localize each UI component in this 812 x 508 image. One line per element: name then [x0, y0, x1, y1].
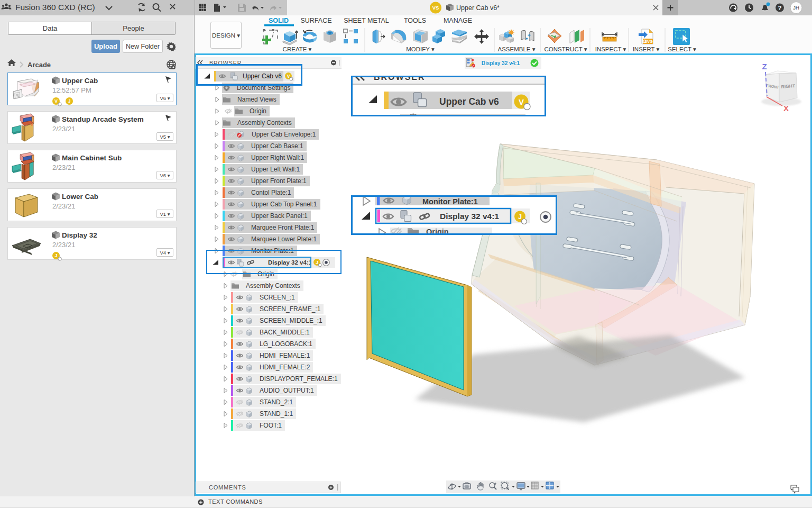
svg-text:MODIFY ▾: MODIFY ▾ [406, 46, 435, 52]
svg-text:CREATE ▾: CREATE ▾ [283, 46, 312, 52]
svg-text:ASSEMBLE ▾: ASSEMBLE ▾ [498, 46, 536, 52]
svg-text:J: J [518, 213, 522, 221]
svg-text:Origin: Origin [426, 228, 449, 233]
svg-text:SHEET METAL: SHEET METAL [344, 17, 389, 24]
svg-text:CONSTRUCT ▾: CONSTRUCT ▾ [545, 46, 587, 52]
svg-text:Display 32 v4:1: Display 32 v4:1 [440, 212, 499, 221]
svg-text:Arcade: Arcade [27, 61, 51, 69]
svg-text:SELECT ▾: SELECT ▾ [668, 46, 696, 52]
svg-text:BROWSER: BROWSER [374, 77, 426, 81]
svg-text:INSPECT ▾: INSPECT ▾ [595, 46, 626, 52]
svg-text:SOLID: SOLID [269, 17, 289, 24]
svg-text:INSERT ▾: INSERT ▾ [633, 46, 660, 52]
svg-text:TOOLS: TOOLS [404, 17, 426, 24]
svg-text:Monitor Plate:1: Monitor Plate:1 [422, 197, 478, 206]
svg-text:V: V [519, 97, 524, 106]
svg-text:SURFACE: SURFACE [300, 17, 331, 24]
svg-text:Upper Cab v6: Upper Cab v6 [439, 96, 499, 107]
svg-text:MANAGE: MANAGE [444, 17, 472, 24]
